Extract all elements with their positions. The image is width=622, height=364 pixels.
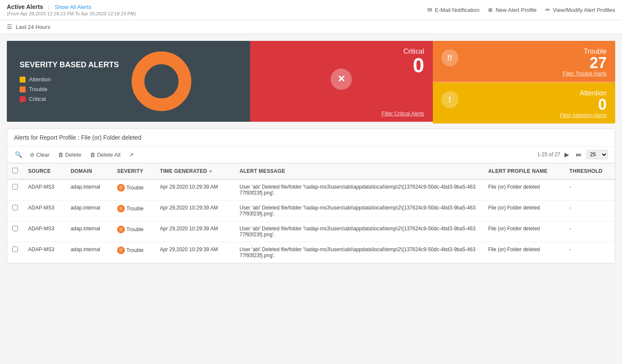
export-icon: ↗: [129, 152, 134, 158]
trouble-panel: Trouble 27 !! Filter Trouble Alerts: [433, 41, 615, 83]
filter-label: Last 24 Hours: [16, 24, 50, 30]
table-row: ADAP-MS3 adap.internal !! Trouble Apr 29…: [7, 179, 615, 201]
last-page-button[interactable]: ⏭: [573, 150, 585, 159]
trouble-icon-circle: !!: [441, 49, 458, 66]
trouble-exclaim-icon: !!: [447, 54, 452, 63]
row-source: ADAP-MS3: [23, 221, 66, 242]
row-domain: adap.internal: [66, 242, 112, 263]
critical-icon-circle: ✕: [331, 69, 352, 90]
row-severity: !! Trouble: [112, 242, 155, 263]
view-modify-link[interactable]: ✏ View/Modify Alert Profiles: [545, 6, 615, 13]
row-time: Apr 29,2020 10:29:39 AM: [155, 179, 234, 201]
alerts-toolbar: 🔍 ⊘ Clear 🗑 Delete 🗑 Delete All ↗ 1-25 o…: [7, 146, 615, 163]
right-panels: Trouble 27 !! Filter Trouble Alerts Atte…: [433, 41, 615, 122]
row-threshold: -: [564, 221, 615, 242]
header-left: Active Alerts | Show All Alerts (From Ap…: [7, 3, 136, 16]
delete-button[interactable]: 🗑 Delete: [56, 151, 83, 159]
row-severity: !! Trouble: [112, 221, 155, 242]
col-profile-name: ALERT PROFILE NAME: [483, 163, 564, 180]
export-button[interactable]: ↗: [127, 151, 135, 159]
col-threshold: THRESHOLD: [564, 163, 615, 180]
severity-badge: !! Trouble: [117, 246, 144, 254]
header-title-row: Active Alerts | Show All Alerts: [7, 3, 136, 10]
trouble-dot: !!: [117, 246, 125, 254]
row-checkbox-cell[interactable]: [7, 242, 23, 263]
clear-button[interactable]: ⊘ Clear: [28, 151, 51, 159]
row-threshold: -: [564, 179, 615, 201]
donut-chart: [132, 52, 191, 111]
critical-x-icon: ✕: [337, 74, 345, 85]
show-all-alerts-link[interactable]: Show All Alerts: [55, 4, 91, 10]
clear-icon: ⊘: [30, 152, 35, 158]
attention-panel: Attention 0 ! Filter Attention Alerts: [433, 83, 615, 123]
row-checkbox-cell[interactable]: [7, 201, 23, 221]
severity-badge: !! Trouble: [117, 184, 144, 192]
row-source: ADAP-MS3: [23, 179, 66, 201]
pagination-controls: 1-25 of 27 ▶ ⏭ 25 50 100: [537, 150, 608, 159]
row-threshold: -: [564, 201, 615, 221]
select-all-checkbox[interactable]: [12, 168, 18, 173]
row-checkbox[interactable]: [12, 246, 18, 252]
filter-trouble-link[interactable]: Filter Trouble Alerts: [563, 71, 607, 77]
severity-chart-left: SEVERITY BASED ALERTS Attention Trouble …: [20, 60, 119, 102]
severity-badge: !! Trouble: [117, 205, 144, 212]
table-row: ADAP-MS3 adap.internal !! Trouble Apr 29…: [7, 221, 615, 242]
col-domain: DOMAIN: [66, 163, 112, 180]
delete-all-icon: 🗑: [90, 152, 95, 158]
row-checkbox[interactable]: [12, 184, 18, 189]
delete-all-button[interactable]: 🗑 Delete All: [88, 151, 122, 159]
row-time: Apr 29,2020 10:29:39 AM: [155, 201, 234, 221]
trouble-count: 27: [584, 55, 607, 71]
row-profile-name: File (or) Folder deleted: [483, 221, 564, 242]
severity-legend: Attention Trouble Critical: [20, 76, 119, 102]
per-page-select[interactable]: 25 50 100: [586, 150, 608, 159]
attention-count-block: Attention 0: [580, 89, 607, 112]
filter-bar: ☰ Last 24 Hours: [0, 20, 622, 34]
table-body: ADAP-MS3 adap.internal !! Trouble Apr 29…: [7, 179, 615, 263]
alerts-section: Alerts for Report Profile : File (or) Fo…: [7, 129, 615, 264]
trouble-color-swatch: [20, 86, 26, 92]
row-profile-name: File (or) Folder deleted: [483, 201, 564, 221]
email-notification-label: E-Mail Notification: [435, 7, 480, 13]
delete-all-label: Delete All: [97, 152, 121, 158]
col-message: ALERT MESSAGE: [234, 163, 483, 180]
email-notification-link[interactable]: ✉ E-Mail Notification: [427, 6, 480, 13]
view-modify-label: View/Modify Alert Profiles: [553, 7, 615, 13]
trouble-dot: !!: [117, 226, 125, 233]
row-source: ADAP-MS3: [23, 201, 66, 221]
new-profile-icon: ⊕: [488, 6, 493, 13]
next-page-button[interactable]: ▶: [562, 150, 572, 159]
legend-critical: Critical: [20, 96, 119, 102]
row-domain: adap.internal: [66, 179, 112, 201]
row-source: ADAP-MS3: [23, 242, 66, 263]
row-checkbox[interactable]: [12, 205, 18, 210]
col-severity: SEVERITY: [112, 163, 155, 180]
row-severity: !! Trouble: [112, 179, 155, 201]
alerts-table: SOURCE DOMAIN SEVERITY TIME GENERATED ▼ …: [7, 163, 615, 263]
attention-color-swatch: [20, 77, 26, 83]
trouble-legend-label: Trouble: [29, 86, 48, 92]
severity-chart-panel: SEVERITY BASED ALERTS Attention Trouble …: [7, 41, 250, 122]
search-button[interactable]: 🔍: [14, 150, 23, 159]
trouble-dot: !!: [117, 205, 125, 212]
critical-count-block: Critical 0: [403, 48, 424, 76]
email-icon: ✉: [427, 6, 432, 13]
row-checkbox-cell[interactable]: [7, 179, 23, 201]
row-severity: !! Trouble: [112, 201, 155, 221]
trouble-dot: !!: [117, 184, 125, 192]
legend-trouble: Trouble: [20, 86, 119, 92]
col-source: SOURCE: [23, 163, 66, 180]
row-checkbox[interactable]: [12, 226, 18, 231]
row-time: Apr 29,2020 10:29:39 AM: [155, 221, 234, 242]
filter-menu-icon: ☰: [7, 23, 12, 30]
row-checkbox-cell[interactable]: [7, 221, 23, 242]
filter-attention-link[interactable]: Filter Attention Alerts: [560, 112, 607, 118]
filter-critical-link[interactable]: Filter Critical Alerts: [382, 111, 424, 117]
row-domain: adap.internal: [66, 201, 112, 221]
row-profile-name: File (or) Folder deleted: [483, 179, 564, 201]
critical-count: 0: [403, 55, 424, 76]
row-threshold: -: [564, 242, 615, 263]
severity-section: SEVERITY BASED ALERTS Attention Trouble …: [7, 41, 615, 122]
new-alert-profile-link[interactable]: ⊕ New Alert Profile: [488, 6, 536, 13]
col-time[interactable]: TIME GENERATED ▼: [155, 163, 234, 180]
